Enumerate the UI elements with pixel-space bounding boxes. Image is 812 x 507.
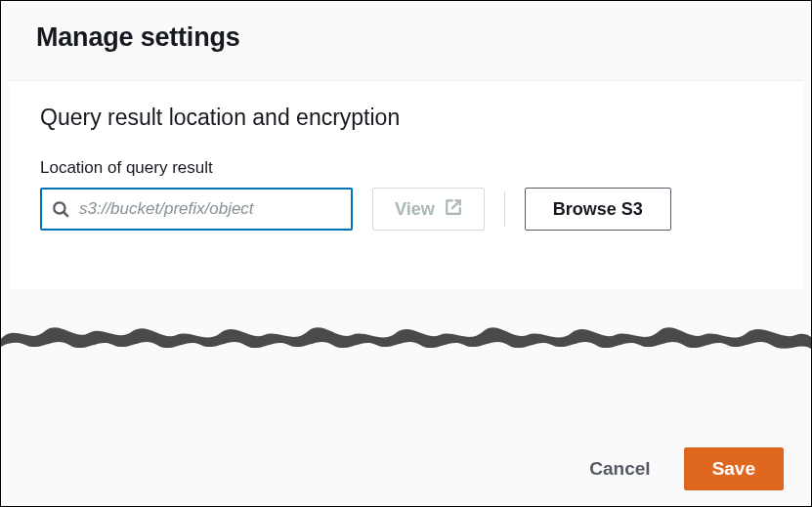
dialog-footer: Cancel Save: [583, 447, 784, 490]
cancel-button[interactable]: Cancel: [583, 450, 656, 487]
svg-point-0: [54, 202, 64, 213]
view-button[interactable]: View: [372, 188, 485, 231]
location-input[interactable]: [77, 198, 341, 220]
dialog-header: Manage settings: [1, 1, 811, 72]
browse-s3-button[interactable]: Browse S3: [525, 188, 671, 231]
field-label-location: Location of query result: [40, 158, 772, 178]
svg-line-2: [452, 200, 460, 208]
dialog-frame: Manage settings Query result location an…: [0, 0, 812, 507]
external-link-icon: [445, 198, 462, 221]
settings-panel: Query result location and encryption Loc…: [9, 80, 803, 289]
vertical-divider: [504, 191, 505, 227]
svg-line-1: [64, 212, 68, 217]
cancel-button-label: Cancel: [589, 458, 650, 479]
save-button[interactable]: Save: [684, 447, 784, 490]
dialog-title: Manage settings: [36, 22, 776, 53]
browse-s3-label: Browse S3: [553, 199, 643, 220]
section-title: Query result location and encryption: [40, 105, 772, 131]
location-input-wrap[interactable]: [40, 188, 353, 231]
location-row: View Browse S3: [40, 188, 772, 231]
view-button-label: View: [395, 199, 435, 220]
torn-edge-decoration: [1, 312, 811, 359]
save-button-label: Save: [712, 458, 755, 479]
search-icon: [52, 200, 69, 218]
